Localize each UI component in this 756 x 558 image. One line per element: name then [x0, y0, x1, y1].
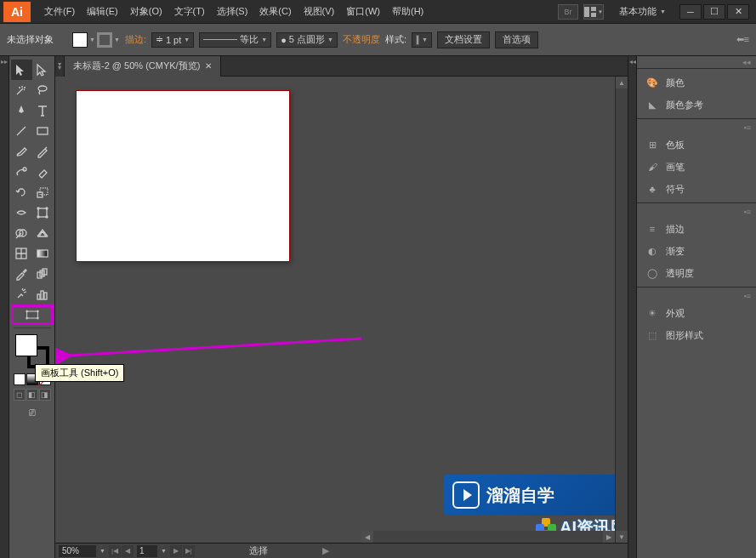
- blend-tool[interactable]: [32, 264, 54, 284]
- panel-symbols[interactable]: ♣符号: [637, 178, 756, 200]
- last-artboard-button[interactable]: ▶|: [183, 545, 195, 557]
- stroke-swatch[interactable]: [97, 32, 112, 48]
- artboard-tool[interactable]: [11, 305, 54, 325]
- brush-dropdown[interactable]: ●5 点圆形▼: [276, 32, 338, 48]
- lasso-tool[interactable]: [32, 80, 54, 100]
- menu-type[interactable]: 文字(T): [169, 3, 210, 20]
- panel-color-guide[interactable]: ◣颜色参考: [637, 94, 756, 116]
- symbol-sprayer-tool[interactable]: [11, 284, 32, 305]
- graphic-styles-icon: ⬚: [645, 328, 659, 342]
- pen-tool[interactable]: [11, 100, 32, 121]
- panel-gradient[interactable]: ◐渐变: [637, 240, 756, 262]
- document-tab[interactable]: 未标题-2 @ 50% (CMYK/预览) ✕: [65, 56, 221, 77]
- svg-rect-21: [41, 291, 43, 299]
- draw-inside-mode[interactable]: ◨: [39, 389, 51, 401]
- style-dropdown[interactable]: ▼: [412, 32, 432, 48]
- panel-swatches[interactable]: ⊞色板: [637, 134, 756, 156]
- menu-edit[interactable]: 编辑(E): [82, 3, 123, 20]
- svg-rect-20: [37, 294, 40, 299]
- fill-swatch[interactable]: [72, 32, 88, 48]
- panel-appearance[interactable]: ☀外观: [637, 302, 756, 324]
- close-button[interactable]: ✕: [727, 4, 749, 20]
- selection-tool[interactable]: [11, 60, 32, 80]
- panel-group-menu-2[interactable]: ▪≡: [637, 206, 756, 218]
- draw-normal-mode[interactable]: ◻: [14, 389, 26, 401]
- palette-icon: 🎨: [645, 76, 659, 89]
- menu-select[interactable]: 选择(S): [212, 3, 253, 20]
- opacity-label[interactable]: 不透明度: [343, 33, 380, 46]
- gradient-icon: ◐: [645, 244, 659, 258]
- menu-window[interactable]: 窗口(W): [341, 3, 385, 20]
- shape-builder-tool[interactable]: [11, 223, 32, 243]
- artboard[interactable]: [76, 90, 290, 262]
- width-tool[interactable]: [11, 202, 32, 223]
- blob-brush-tool[interactable]: [11, 162, 32, 182]
- perspective-grid-tool[interactable]: [32, 223, 54, 243]
- stroke-label[interactable]: 描边:: [125, 33, 146, 46]
- draw-behind-mode[interactable]: ◧: [26, 389, 38, 401]
- right-dock-strip[interactable]: ◂◂: [628, 56, 636, 558]
- menu-object[interactable]: 对象(O): [125, 3, 168, 20]
- panel-brushes[interactable]: 🖌画笔: [637, 156, 756, 178]
- rotate-tool[interactable]: [11, 182, 32, 202]
- rectangle-tool[interactable]: [32, 121, 54, 141]
- canvas-area[interactable]: 溜溜自学 AI资讯网: [55, 77, 628, 543]
- magic-wand-tool[interactable]: [11, 80, 32, 100]
- watermark-logo: 溜溜自学: [444, 475, 617, 515]
- svg-rect-7: [40, 188, 48, 195]
- vertical-scrollbar[interactable]: ▲▼: [615, 77, 628, 543]
- panel-transparency[interactable]: ◯透明度: [637, 262, 756, 284]
- arrange-docs-button[interactable]: ▼: [583, 4, 604, 20]
- panel-collapse-button[interactable]: ◂◂: [637, 56, 756, 68]
- menu-file[interactable]: 文件(F): [39, 3, 80, 20]
- fill-color-box[interactable]: [15, 334, 37, 356]
- line-tool[interactable]: [11, 121, 32, 141]
- menu-view[interactable]: 视图(V): [298, 3, 340, 20]
- type-tool[interactable]: [32, 100, 54, 121]
- document-setup-button[interactable]: 文档设置: [437, 31, 490, 48]
- svg-rect-23: [26, 311, 37, 318]
- mesh-tool[interactable]: [11, 243, 32, 264]
- paintbrush-tool[interactable]: [11, 141, 32, 162]
- free-transform-tool[interactable]: [32, 202, 54, 223]
- annotation-arrow: [55, 332, 370, 366]
- preferences-button[interactable]: 首选项: [495, 31, 538, 48]
- align-icon[interactable]: ⬅≡: [736, 34, 749, 45]
- eyedropper-tool[interactable]: [11, 264, 32, 284]
- svg-rect-2: [591, 13, 596, 17]
- panel-stroke[interactable]: ≡描边: [637, 218, 756, 240]
- panel-group-menu-3[interactable]: ▪≡: [637, 290, 756, 302]
- minimize-button[interactable]: ─: [679, 4, 702, 20]
- stroke-profile-dropdown[interactable]: 等比▼: [199, 32, 271, 48]
- panel-color[interactable]: 🎨颜色: [637, 71, 756, 94]
- fill-stroke-indicator[interactable]: [15, 334, 49, 368]
- menu-help[interactable]: 帮助(H): [387, 3, 429, 20]
- scale-tool[interactable]: [32, 182, 54, 202]
- prev-artboard-button[interactable]: ◀: [122, 545, 134, 557]
- menu-effect[interactable]: 效果(C): [254, 3, 296, 20]
- artboard-number-input[interactable]: 1: [137, 545, 157, 557]
- color-mode-solid[interactable]: [14, 373, 26, 385]
- workspace-switcher[interactable]: 基本功能▼: [612, 3, 673, 20]
- eraser-tool[interactable]: [32, 162, 54, 182]
- selection-status: 未选择对象: [7, 33, 54, 46]
- bridge-button[interactable]: Br: [558, 4, 578, 20]
- direct-selection-tool[interactable]: [32, 60, 54, 80]
- left-dock-strip[interactable]: ▸▸: [0, 56, 9, 558]
- panel-group-menu-1[interactable]: ▪≡: [637, 122, 756, 134]
- pencil-tool[interactable]: [32, 141, 54, 162]
- swatches-icon: ⊞: [645, 138, 659, 151]
- first-artboard-button[interactable]: |◀: [109, 545, 121, 557]
- gradient-tool[interactable]: [32, 243, 54, 264]
- zoom-level-input[interactable]: 50%: [59, 545, 96, 557]
- doc-dock-toggle[interactable]: ▸▸: [55, 56, 65, 77]
- panel-graphic-styles[interactable]: ⬚图形样式: [637, 324, 756, 346]
- stroke-weight-input[interactable]: ≑1 pt▼: [151, 32, 194, 48]
- next-artboard-button[interactable]: ▶: [170, 545, 182, 557]
- svg-line-24: [68, 339, 361, 356]
- horizontal-scrollbar[interactable]: ◀▶: [361, 531, 615, 543]
- maximize-button[interactable]: ☐: [703, 4, 725, 20]
- column-graph-tool[interactable]: [32, 284, 54, 305]
- screen-mode-button[interactable]: ⎚: [29, 406, 36, 418]
- close-tab-button[interactable]: ✕: [205, 61, 212, 71]
